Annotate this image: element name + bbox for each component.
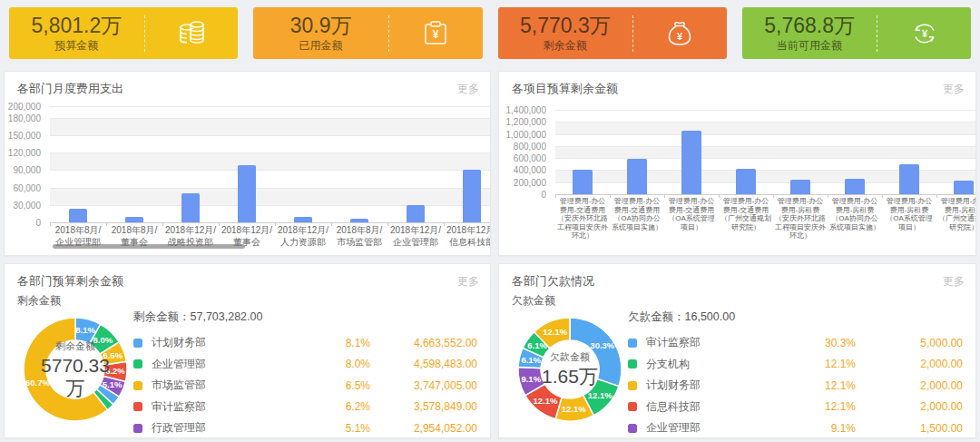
legend-amount: 4,663,552.00 bbox=[370, 337, 477, 349]
kpi-card-used[interactable]: 30.9万 已用金额 ¥ bbox=[253, 7, 482, 59]
more-link[interactable]: 更多 bbox=[943, 82, 965, 97]
kpi-cards: 5,801.2万 预算金额 30.9万 已用金额 ¥ bbox=[9, 7, 971, 59]
y-axis-tick-label: 120,000 bbox=[8, 148, 41, 158]
bar[interactable] bbox=[954, 181, 974, 194]
pie-slice-label: 30.3% bbox=[590, 340, 614, 350]
refresh-yen-icon: ¥ bbox=[877, 17, 971, 50]
legend-item[interactable]: 信息科技部12.1%2,000.00 bbox=[628, 401, 963, 413]
x-axis-tick bbox=[387, 222, 388, 226]
x-axis-category-label: 2018年12月/信息科技部 bbox=[444, 222, 490, 248]
x-axis-category-label: 2018年8月/企业管理部 bbox=[50, 222, 106, 248]
legend-name: 企业管理部 bbox=[646, 420, 774, 436]
panel-title: 各部门月度费用支出 bbox=[17, 81, 123, 97]
bar[interactable] bbox=[407, 205, 425, 222]
bar[interactable] bbox=[790, 180, 810, 194]
legend-item[interactable]: 行政管理部5.1%2,954,052.00 bbox=[133, 422, 477, 434]
y-axis-tick-label: 1,000,000 bbox=[506, 129, 547, 139]
pie-slice[interactable] bbox=[570, 318, 622, 387]
kpi-card-remaining[interactable]: 5,770.3万 剩余金额 ¥ bbox=[498, 7, 727, 59]
panel-header: 各部门欠款情况 更多 bbox=[512, 273, 965, 290]
legend-item[interactable]: 计划财务部12.1%2,000.00 bbox=[628, 379, 963, 391]
more-link[interactable]: 更多 bbox=[943, 274, 965, 290]
panel-header: 各项目预算剩余金额 更多 bbox=[512, 81, 965, 97]
kpi-card-budget[interactable]: 5,801.2万 预算金额 bbox=[9, 7, 238, 59]
x-axis-tick bbox=[106, 222, 107, 226]
legend-amount: 2,000.00 bbox=[856, 379, 963, 392]
legend-item[interactable]: 计划财务部8.1%4,663,552.00 bbox=[133, 337, 477, 349]
svg-text:¥: ¥ bbox=[677, 30, 683, 41]
x-axis-category-label: 2018年12月/战略投资部 bbox=[162, 222, 219, 248]
legend-name: 行政管理部 bbox=[152, 420, 289, 436]
legend-swatch bbox=[628, 424, 637, 433]
x-axis-tick bbox=[50, 222, 51, 226]
kpi-card-available[interactable]: 5,768.8万 当前可用金额 ¥ bbox=[742, 7, 971, 59]
legend-header: 欠款金额：16,500.00 bbox=[628, 309, 963, 325]
panel-project-budget-remaining: 各项目预算剩余金额 更多 0200,000400,000600,000800,0… bbox=[498, 71, 976, 256]
kpi-card-text: 5,801.2万 预算金额 bbox=[9, 15, 144, 52]
bar[interactable] bbox=[845, 179, 865, 194]
legend-swatch bbox=[133, 339, 142, 348]
bar[interactable] bbox=[463, 170, 481, 222]
x-axis-category-label: 2018年12月/董事会 bbox=[219, 222, 275, 248]
kpi-card-text: 5,770.3万 剩余金额 bbox=[498, 15, 633, 52]
gridline bbox=[555, 122, 975, 123]
legend-percent: 9.1% bbox=[774, 422, 856, 435]
x-axis-tick bbox=[882, 194, 883, 198]
bar[interactable] bbox=[69, 209, 87, 222]
legend-amount: 2,954,052.00 bbox=[370, 422, 477, 435]
legend-amount: 5,000.00 bbox=[856, 337, 963, 349]
y-axis: 0200,000400,000600,000800,0001,000,0001,… bbox=[499, 110, 552, 194]
bar[interactable] bbox=[573, 170, 593, 194]
legend-item[interactable]: 审计监察部6.2%3,578,849.00 bbox=[133, 401, 477, 413]
kpi-value: 30.9万 bbox=[253, 15, 388, 37]
bar[interactable] bbox=[899, 164, 919, 194]
gridline bbox=[50, 188, 490, 189]
donut-chart-arrears: 30.3%12.1%12.1%12.1%9.1%6.1%6.1%12.1% bbox=[506, 306, 633, 433]
y-axis-tick-label: 400,000 bbox=[514, 165, 546, 175]
x-axis-category-label: 管理费用-办公费用-交通费用（OA协同办公系统项目实施） bbox=[610, 194, 664, 250]
legend-name: 审计监察部 bbox=[646, 335, 774, 350]
legend-item[interactable]: 分支机构12.1%2,000.00 bbox=[628, 359, 963, 370]
more-link[interactable]: 更多 bbox=[457, 274, 479, 290]
gridline bbox=[555, 110, 975, 111]
legend-swatch bbox=[133, 359, 142, 368]
panel-title: 各部门预算剩余金额 bbox=[17, 273, 123, 290]
legend-percent: 12.1% bbox=[774, 358, 856, 370]
clipboard-yen-icon: ¥ bbox=[389, 17, 483, 50]
legend-item[interactable]: 市场监管部6.5%3,747,005.00 bbox=[133, 379, 477, 391]
bar[interactable] bbox=[681, 131, 701, 194]
x-axis-tick bbox=[828, 194, 828, 198]
kpi-label: 剩余金额 bbox=[498, 40, 633, 52]
y-axis-tick-label: 30,000 bbox=[13, 200, 41, 210]
legend-swatch bbox=[133, 424, 142, 433]
kpi-label: 当前可用金额 bbox=[742, 40, 877, 52]
pie-slice-label: 8.1% bbox=[75, 325, 95, 335]
x-axis: 2018年8月/企业管理部2018年8月/董事会2018年12月/战略投资部20… bbox=[50, 222, 490, 248]
bar[interactable] bbox=[736, 169, 756, 194]
x-axis-category-label: 管理费用-办公费用-交通费用（安庆外环北路工程项目安庆外环北） bbox=[555, 194, 610, 250]
kpi-card-text: 30.9万 已用金额 bbox=[253, 15, 388, 52]
bar[interactable] bbox=[627, 159, 647, 194]
gridline bbox=[50, 152, 490, 153]
gridline bbox=[50, 170, 490, 171]
bar[interactable] bbox=[238, 165, 256, 222]
x-axis-tick bbox=[936, 194, 937, 198]
legend-amount: 3,578,849.00 bbox=[370, 400, 477, 413]
x-axis-tick bbox=[219, 222, 220, 226]
panel-header: 各部门月度费用支出 更多 bbox=[17, 81, 479, 97]
kpi-value: 5,768.8万 bbox=[742, 15, 877, 37]
moneybag-yen-icon: ¥ bbox=[633, 17, 727, 50]
legend-percent: 6.2% bbox=[289, 400, 370, 413]
bar[interactable] bbox=[181, 193, 200, 222]
y-axis-tick-label: 150,000 bbox=[8, 131, 41, 141]
x-axis: 管理费用-办公费用-交通费用（安庆外环北路工程项目安庆外环北）管理费用-办公费用… bbox=[555, 194, 975, 250]
x-axis-category-label: 2018年8月/董事会 bbox=[106, 222, 162, 248]
legend-percent: 8.0% bbox=[289, 358, 370, 370]
legend-item[interactable]: 企业管理部8.0%4,598,483.00 bbox=[133, 359, 477, 370]
legend-item[interactable]: 审计监察部30.3%5,000.00 bbox=[628, 337, 963, 349]
more-link[interactable]: 更多 bbox=[457, 82, 479, 97]
legend-item[interactable]: 企业管理部9.1%1,500.00 bbox=[628, 422, 963, 434]
legend-name: 计划财务部 bbox=[646, 378, 774, 393]
legend-swatch bbox=[133, 402, 142, 411]
legend-percent: 12.1% bbox=[774, 400, 856, 413]
